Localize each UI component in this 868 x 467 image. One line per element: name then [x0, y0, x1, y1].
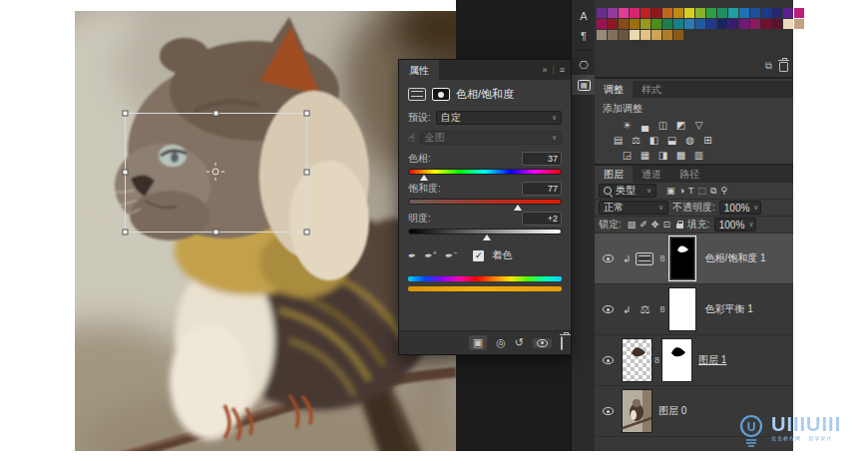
color-swatch[interactable] — [662, 8, 672, 18]
layer-filter-kind-select[interactable]: 类型 ∨ — [599, 184, 656, 198]
color-swatch[interactable] — [641, 8, 651, 18]
layer-row-layer-1[interactable]: 8 图层 1 — [595, 335, 793, 386]
selective-color-icon[interactable]: ▥ — [692, 150, 705, 162]
filter-type-icon[interactable]: T — [688, 186, 694, 196]
properties-panel-icon[interactable]: ▤ — [572, 75, 596, 95]
color-swatch[interactable] — [706, 19, 716, 29]
photo-filter-icon[interactable]: ⬓ — [665, 135, 678, 147]
filter-pixel-icon[interactable]: ▣ — [666, 186, 675, 196]
clip-to-layer-icon[interactable]: ▣ — [469, 335, 487, 350]
layer-name[interactable]: 色彩平衡 1 — [704, 302, 752, 316]
color-swatch[interactable] — [728, 8, 738, 18]
levels-icon[interactable]: ▄ — [639, 120, 651, 132]
color-swatch[interactable] — [608, 19, 618, 29]
color-swatch[interactable] — [772, 19, 782, 29]
hue-saturation-adjustment-icon[interactable] — [636, 252, 653, 265]
layer-name[interactable]: 色相/饱和度 1 — [704, 251, 765, 265]
eyedropper-add-icon[interactable]: ✒+ — [424, 249, 436, 261]
lock-artboard-icon[interactable]: ⊡ — [662, 220, 670, 230]
visibility-toggle[interactable] — [599, 356, 617, 364]
color-swatch[interactable] — [630, 8, 640, 18]
lock-transparency-icon[interactable]: ▨ — [628, 220, 637, 230]
layer-mask-thumbnail[interactable] — [662, 339, 691, 381]
sat-slider-thumb[interactable] — [514, 205, 522, 211]
layer-thumbnail[interactable] — [623, 339, 651, 381]
color-swatch[interactable] — [630, 30, 640, 40]
color-swatch[interactable] — [608, 8, 618, 18]
sat-slider[interactable] — [408, 199, 562, 205]
color-swatch[interactable] — [619, 8, 629, 18]
targeted-adjustment-icon[interactable]: ☝ — [408, 132, 415, 145]
filter-pin-icon[interactable]: ⚲ — [720, 186, 727, 196]
hue-value-input[interactable]: 37 — [522, 152, 562, 166]
opacity-input[interactable]: 100%∨ — [719, 201, 761, 215]
delete-adjustment-icon[interactable] — [561, 337, 563, 349]
layer-mask-thumbnail-selected[interactable] — [668, 235, 696, 281]
eyedropper-icon[interactable]: ✒ — [408, 250, 416, 261]
mask-badge-icon[interactable] — [432, 88, 450, 101]
swatch-grid[interactable] — [597, 8, 804, 40]
3d-panel-icon[interactable]: ⎔ — [572, 55, 596, 75]
fill-input[interactable]: 100%∨ — [714, 218, 756, 232]
layer-name[interactable]: 图层 0 — [658, 404, 686, 418]
threshold-icon[interactable]: ◨ — [656, 150, 669, 162]
lock-image-icon[interactable]: ✐ — [640, 220, 648, 230]
exposure-icon[interactable]: ◩ — [674, 120, 687, 132]
tab-layers[interactable]: 图层 — [595, 166, 633, 183]
color-swatch[interactable] — [772, 8, 782, 18]
color-swatch[interactable] — [673, 30, 683, 40]
previous-state-icon[interactable]: ◎ — [496, 336, 506, 349]
hue-slider[interactable] — [408, 169, 562, 175]
color-swatch[interactable] — [695, 8, 705, 18]
layer-mask-thumbnail[interactable] — [669, 288, 695, 330]
collapse-panel-icon[interactable]: » — [542, 65, 547, 75]
tab-styles[interactable]: 样式 — [633, 81, 670, 98]
layer-row-hue-saturation-1[interactable]: ↳ 8 色相/饱和度 1 — [595, 234, 793, 284]
layer-name[interactable]: 图层 1 — [698, 353, 726, 367]
light-slider-thumb[interactable] — [483, 234, 491, 240]
visibility-toggle[interactable] — [599, 407, 617, 415]
color-swatch[interactable] — [761, 19, 771, 29]
color-swatch[interactable] — [761, 8, 771, 18]
color-swatch[interactable] — [684, 19, 694, 29]
tab-channels[interactable]: 通道 — [633, 166, 670, 183]
sat-value-input[interactable]: 77 — [522, 182, 562, 196]
color-swatch[interactable] — [706, 8, 716, 18]
hue-saturation-icon[interactable]: ▤ — [612, 135, 625, 147]
tab-adjustments[interactable]: 调整 — [595, 81, 633, 98]
visibility-eye-icon[interactable] — [533, 338, 552, 348]
color-swatch[interactable] — [695, 19, 705, 29]
color-swatch[interactable] — [651, 19, 661, 29]
color-swatch[interactable] — [641, 30, 651, 40]
lock-position-icon[interactable]: ✥ — [651, 220, 659, 230]
color-swatch[interactable] — [684, 8, 694, 18]
curves-icon[interactable]: ◫ — [656, 120, 669, 132]
layer-thumbnail[interactable] — [623, 390, 651, 432]
color-balance-adjustment-icon[interactable]: ⚖ — [636, 303, 653, 316]
color-swatch[interactable] — [662, 19, 672, 29]
brightness-contrast-icon[interactable]: ☀ — [621, 120, 634, 132]
visibility-toggle[interactable] — [599, 254, 617, 262]
color-balance-icon[interactable]: ⚖ — [630, 135, 643, 147]
color-swatch[interactable] — [651, 8, 661, 18]
color-swatch[interactable] — [651, 30, 661, 40]
color-swatch[interactable] — [597, 8, 607, 18]
character-panel-icon[interactable]: A — [572, 6, 596, 26]
color-swatch[interactable] — [597, 30, 607, 40]
light-slider[interactable] — [408, 229, 562, 234]
color-swatch[interactable] — [673, 8, 683, 18]
color-swatch[interactable] — [619, 19, 629, 29]
filter-adjustment-icon[interactable]: ◑ — [679, 186, 684, 196]
reset-icon[interactable]: ↺ — [515, 336, 524, 349]
visibility-toggle[interactable] — [599, 305, 617, 313]
eyedropper-subtract-icon[interactable]: ✒− — [445, 249, 457, 261]
new-swatch-icon[interactable]: ⧉ — [765, 60, 772, 72]
color-swatch[interactable] — [728, 19, 738, 29]
color-swatch[interactable] — [673, 19, 683, 29]
color-swatch[interactable] — [739, 19, 749, 29]
color-swatch[interactable] — [630, 19, 640, 29]
color-swatch[interactable] — [783, 8, 793, 18]
color-lookup-icon[interactable]: ⊞ — [701, 135, 714, 147]
posterize-icon[interactable]: ▦ — [639, 150, 651, 162]
color-swatch[interactable] — [608, 30, 618, 40]
